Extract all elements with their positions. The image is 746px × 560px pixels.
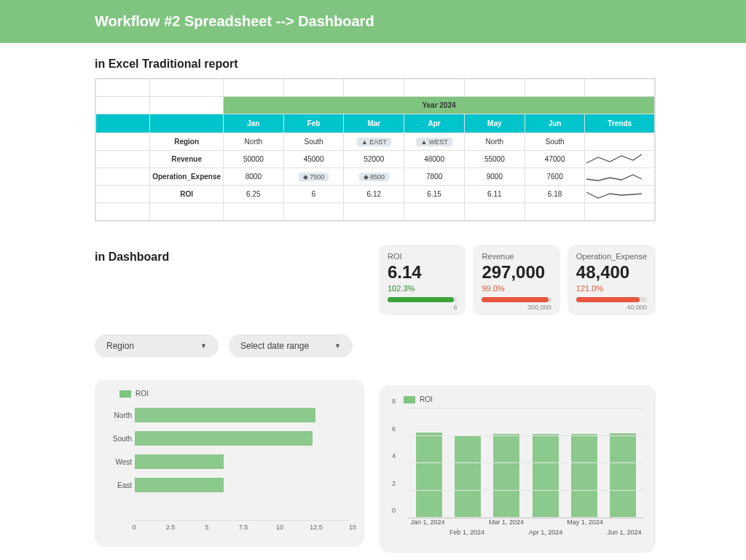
row-label: Operation_Expense — [150, 168, 224, 186]
region-dropdown[interactable]: Region ▼ — [95, 334, 219, 358]
section-title-dashboard: in Dashboard — [95, 251, 169, 264]
y-axis-tick: 8 — [392, 398, 396, 405]
legend-label: ROI — [136, 390, 149, 398]
date-range-dropdown[interactable]: Select date range ▼ — [229, 334, 353, 358]
month-header: Apr — [404, 114, 465, 133]
legend-swatch — [404, 396, 415, 403]
kpi-row: ROI6.14102.3%6Revenue297,00099.0%300,000… — [379, 245, 656, 315]
kpi-card: Operation_Expense48,400121.0%40,000 — [568, 245, 656, 315]
gridline — [408, 408, 644, 409]
kpi-target: 300,000 — [482, 304, 551, 311]
x-axis-label: Apr 1, 2024 — [529, 529, 563, 536]
x-axis-label: Feb 1, 2024 — [449, 529, 484, 536]
x-axis-tick: 12.5 — [310, 524, 323, 531]
kpi-value: 297,000 — [482, 262, 551, 283]
bar — [455, 436, 481, 518]
row-label: Revenue — [150, 151, 224, 168]
page-title: Workflow #2 Spreadsheet --> Dashboard — [95, 13, 746, 30]
cell[interactable]: South — [283, 133, 344, 151]
sparkline — [585, 186, 655, 203]
cell[interactable]: ▲ EAST — [344, 133, 404, 151]
spreadsheet: Year 2024JanFebMarAprMayJunTrendsRegionN… — [95, 78, 656, 221]
cell[interactable]: 55000 — [464, 151, 525, 168]
chevron-down-icon: ▼ — [200, 342, 207, 350]
cell[interactable]: South — [525, 133, 585, 151]
kpi-percent: 121.0% — [576, 284, 647, 293]
x-axis-tick: 15 — [349, 524, 356, 531]
x-axis-tick: 0 — [132, 524, 136, 531]
y-axis-tick: 6 — [392, 425, 396, 433]
sparkline — [585, 133, 655, 151]
row-label: ROI — [150, 186, 224, 203]
x-axis-label: May 1, 2024 — [567, 518, 603, 526]
x-axis-tick: 7.5 — [239, 524, 248, 531]
kpi-progress — [388, 297, 457, 302]
cell[interactable]: 6.15 — [404, 186, 465, 203]
kpi-card: Revenue297,00099.0%300,000 — [473, 245, 560, 315]
chart-legend: ROI — [404, 395, 648, 403]
region-dropdown-label: Region — [106, 341, 134, 351]
cell[interactable]: 8000 — [223, 168, 283, 186]
cell[interactable]: 6 — [283, 186, 344, 203]
cell[interactable]: 47000 — [525, 151, 585, 168]
cell[interactable]: 7600 — [525, 168, 585, 186]
bar — [135, 454, 224, 469]
row-label: Region — [150, 133, 224, 151]
x-axis-label: Jan 1, 2024 — [410, 518, 444, 526]
filter-row: Region ▼ Select date range ▼ — [95, 334, 364, 358]
y-axis-tick: 2 — [392, 480, 396, 487]
sparkline — [585, 168, 655, 186]
gridline — [408, 435, 644, 436]
cell[interactable]: 7800 — [404, 168, 465, 186]
roi-by-month-chart: ROI 02468 Jan 1, 2024Feb 1, 2024Mar 1, 2… — [379, 385, 656, 553]
cell[interactable]: ◆ 8500 — [344, 168, 404, 186]
kpi-value: 48,400 — [576, 262, 647, 283]
bar — [135, 431, 313, 446]
trends-header: Trends — [585, 114, 655, 133]
cell[interactable]: 6.25 — [223, 186, 283, 203]
gridline — [408, 517, 644, 518]
gridline — [408, 462, 644, 463]
legend-label: ROI — [420, 395, 433, 403]
y-axis-tick: 0 — [392, 507, 396, 514]
x-axis-tick: 2.5 — [166, 524, 176, 531]
bar — [610, 433, 636, 518]
roi-by-region-chart: ROI NorthSouthWestEast 02.557.51012.515 — [95, 379, 364, 547]
cell[interactable]: 50000 — [223, 151, 283, 168]
y-axis-label: South — [103, 435, 132, 443]
cell[interactable]: ◆ 7500 — [283, 168, 344, 186]
cell[interactable]: ▲ WEST — [404, 133, 465, 151]
cell[interactable]: 9000 — [464, 168, 525, 186]
sparkline — [585, 151, 655, 168]
cell[interactable]: 6.18 — [525, 186, 585, 203]
kpi-progress — [576, 297, 647, 302]
x-axis-label: Mar 1, 2024 — [489, 518, 524, 526]
month-header: May — [464, 114, 525, 133]
x-axis-label: Jun 1, 2024 — [607, 529, 641, 536]
cell[interactable]: North — [223, 133, 283, 151]
kpi-target: 40,000 — [576, 304, 647, 311]
month-header: Feb — [283, 114, 344, 133]
cell[interactable]: 45000 — [283, 151, 344, 168]
bar — [135, 408, 315, 422]
month-header: Jan — [223, 114, 283, 133]
cell[interactable]: 52000 — [344, 151, 404, 168]
kpi-percent: 99.0% — [482, 284, 551, 293]
y-axis-label: East — [103, 481, 132, 489]
bar — [135, 478, 224, 492]
chevron-down-icon: ▼ — [334, 342, 341, 350]
cell[interactable]: North — [464, 133, 525, 151]
kpi-label: Revenue — [482, 252, 551, 261]
cell[interactable]: 48000 — [404, 151, 465, 168]
y-axis-label: North — [103, 411, 132, 419]
cell[interactable]: 6.11 — [464, 186, 525, 203]
kpi-card: ROI6.14102.3%6 — [379, 245, 466, 315]
year-header: Year 2024 — [223, 97, 654, 114]
chart-legend: ROI — [119, 390, 357, 398]
date-range-label: Select date range — [240, 341, 309, 351]
cell[interactable]: 6.12 — [344, 186, 404, 203]
bar — [571, 434, 597, 518]
kpi-label: Operation_Expense — [576, 252, 647, 261]
kpi-progress — [482, 297, 551, 302]
kpi-percent: 102.3% — [388, 284, 457, 293]
